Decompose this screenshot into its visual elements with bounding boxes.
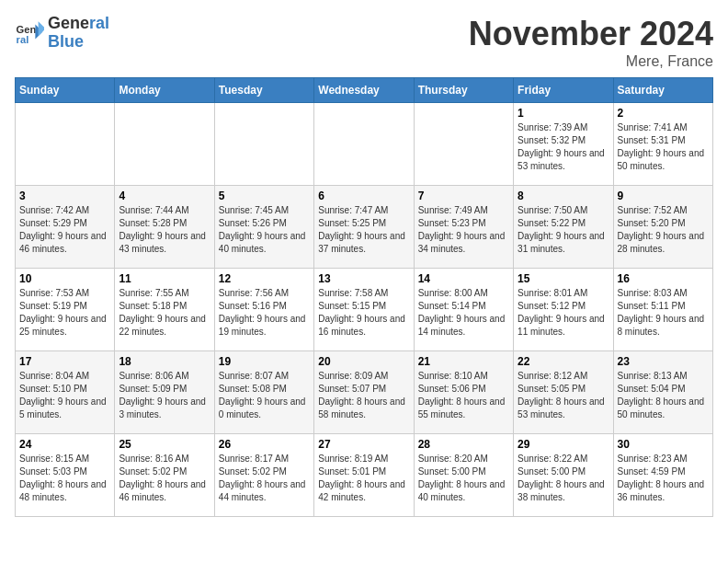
calendar-day-cell: 19Sunrise: 8:07 AM Sunset: 5:08 PM Dayli… [214, 351, 313, 434]
calendar-week-row: 10Sunrise: 7:53 AM Sunset: 5:19 PM Dayli… [16, 269, 713, 351]
calendar-day-cell: 13Sunrise: 7:58 AM Sunset: 5:15 PM Dayli… [314, 269, 414, 351]
calendar-day-cell [16, 103, 115, 186]
calendar-day-cell: 25Sunrise: 8:16 AM Sunset: 5:02 PM Dayli… [115, 434, 214, 517]
day-info: Sunrise: 8:23 AM Sunset: 4:59 PM Dayligh… [618, 453, 709, 504]
day-info: Sunrise: 7:58 AM Sunset: 5:15 PM Dayligh… [318, 287, 409, 339]
calendar-day-cell: 6Sunrise: 7:47 AM Sunset: 5:25 PM Daylig… [314, 186, 414, 269]
day-number: 24 [19, 438, 110, 451]
day-number: 2 [618, 107, 709, 120]
day-number: 19 [219, 355, 310, 368]
day-info: Sunrise: 7:44 AM Sunset: 5:28 PM Dayligh… [119, 204, 210, 256]
weekday-header-cell: Tuesday [214, 78, 313, 103]
day-number: 1 [518, 107, 609, 120]
weekday-header-row: SundayMondayTuesdayWednesdayThursdayFrid… [16, 78, 713, 103]
calendar-day-cell: 9Sunrise: 7:52 AM Sunset: 5:20 PM Daylig… [613, 186, 712, 269]
calendar-day-cell [115, 103, 214, 186]
logo: Gene ral General Blue [15, 15, 109, 52]
calendar-day-cell [314, 103, 414, 186]
day-number: 8 [518, 190, 609, 202]
day-info: Sunrise: 8:17 AM Sunset: 5:02 PM Dayligh… [219, 453, 310, 504]
calendar-day-cell: 29Sunrise: 8:22 AM Sunset: 5:00 PM Dayli… [514, 434, 613, 517]
day-number: 22 [518, 355, 609, 368]
calendar-day-cell [214, 103, 313, 186]
day-info: Sunrise: 7:55 AM Sunset: 5:18 PM Dayligh… [119, 287, 210, 339]
day-number: 9 [618, 190, 709, 202]
day-info: Sunrise: 8:00 AM Sunset: 5:14 PM Dayligh… [418, 287, 509, 339]
calendar-day-cell: 16Sunrise: 8:03 AM Sunset: 5:11 PM Dayli… [613, 269, 712, 351]
calendar-day-cell: 24Sunrise: 8:15 AM Sunset: 5:03 PM Dayli… [16, 434, 115, 517]
calendar-week-row: 24Sunrise: 8:15 AM Sunset: 5:03 PM Dayli… [16, 434, 713, 517]
header: Gene ral General Blue November 2024 Mere… [15, 15, 713, 70]
day-number: 18 [119, 355, 210, 368]
day-info: Sunrise: 7:49 AM Sunset: 5:23 PM Dayligh… [418, 204, 509, 256]
calendar-day-cell: 20Sunrise: 8:09 AM Sunset: 5:07 PM Dayli… [314, 351, 414, 434]
month-title: November 2024 [469, 15, 713, 53]
day-number: 6 [318, 190, 409, 202]
calendar-day-cell: 2Sunrise: 7:41 AM Sunset: 5:31 PM Daylig… [613, 103, 712, 186]
day-info: Sunrise: 7:39 AM Sunset: 5:32 PM Dayligh… [518, 121, 609, 173]
day-info: Sunrise: 7:47 AM Sunset: 5:25 PM Dayligh… [318, 204, 409, 256]
day-number: 30 [618, 438, 709, 451]
calendar-day-cell: 18Sunrise: 8:06 AM Sunset: 5:09 PM Dayli… [115, 351, 214, 434]
day-number: 5 [219, 190, 310, 202]
calendar-week-row: 3Sunrise: 7:42 AM Sunset: 5:29 PM Daylig… [16, 186, 713, 269]
day-number: 23 [618, 355, 709, 368]
day-info: Sunrise: 7:41 AM Sunset: 5:31 PM Dayligh… [618, 121, 709, 173]
logo-text: General Blue [48, 15, 109, 52]
calendar-week-row: 17Sunrise: 8:04 AM Sunset: 5:10 PM Dayli… [16, 351, 713, 434]
day-info: Sunrise: 8:10 AM Sunset: 5:06 PM Dayligh… [418, 370, 509, 421]
day-number: 20 [318, 355, 409, 368]
weekday-header-cell: Wednesday [314, 78, 414, 103]
day-number: 16 [618, 272, 709, 285]
day-number: 21 [418, 355, 509, 368]
day-info: Sunrise: 8:04 AM Sunset: 5:10 PM Dayligh… [19, 370, 110, 421]
day-number: 29 [518, 438, 609, 451]
calendar-day-cell: 27Sunrise: 8:19 AM Sunset: 5:01 PM Dayli… [314, 434, 414, 517]
day-info: Sunrise: 8:13 AM Sunset: 5:04 PM Dayligh… [618, 370, 709, 421]
calendar-day-cell: 28Sunrise: 8:20 AM Sunset: 5:00 PM Dayli… [414, 434, 513, 517]
svg-text:ral: ral [17, 34, 29, 45]
day-number: 7 [418, 190, 509, 202]
day-info: Sunrise: 8:01 AM Sunset: 5:12 PM Dayligh… [518, 287, 609, 339]
calendar-day-cell: 12Sunrise: 7:56 AM Sunset: 5:16 PM Dayli… [214, 269, 313, 351]
calendar: SundayMondayTuesdayWednesdayThursdayFrid… [15, 77, 713, 517]
day-number: 14 [418, 272, 509, 285]
calendar-day-cell: 4Sunrise: 7:44 AM Sunset: 5:28 PM Daylig… [115, 186, 214, 269]
calendar-day-cell: 11Sunrise: 7:55 AM Sunset: 5:18 PM Dayli… [115, 269, 214, 351]
calendar-day-cell: 15Sunrise: 8:01 AM Sunset: 5:12 PM Dayli… [514, 269, 613, 351]
day-info: Sunrise: 8:16 AM Sunset: 5:02 PM Dayligh… [119, 453, 210, 504]
day-info: Sunrise: 8:22 AM Sunset: 5:00 PM Dayligh… [518, 453, 609, 504]
day-number: 17 [19, 355, 110, 368]
calendar-day-cell: 21Sunrise: 8:10 AM Sunset: 5:06 PM Dayli… [414, 351, 513, 434]
logo-icon: Gene ral [15, 18, 44, 48]
weekday-header-cell: Thursday [414, 78, 513, 103]
day-info: Sunrise: 7:45 AM Sunset: 5:26 PM Dayligh… [219, 204, 310, 256]
day-number: 13 [318, 272, 409, 285]
weekday-header-cell: Monday [115, 78, 214, 103]
weekday-header-cell: Friday [514, 78, 613, 103]
calendar-day-cell: 23Sunrise: 8:13 AM Sunset: 5:04 PM Dayli… [613, 351, 712, 434]
calendar-day-cell [414, 103, 513, 186]
day-info: Sunrise: 8:03 AM Sunset: 5:11 PM Dayligh… [618, 287, 709, 339]
title-area: November 2024 Mere, France [469, 15, 713, 70]
location: Mere, France [469, 53, 713, 70]
day-number: 3 [19, 190, 110, 202]
day-number: 12 [219, 272, 310, 285]
day-number: 4 [119, 190, 210, 202]
calendar-week-row: 1Sunrise: 7:39 AM Sunset: 5:32 PM Daylig… [16, 103, 713, 186]
day-info: Sunrise: 8:15 AM Sunset: 5:03 PM Dayligh… [19, 453, 110, 504]
calendar-day-cell: 22Sunrise: 8:12 AM Sunset: 5:05 PM Dayli… [514, 351, 613, 434]
calendar-day-cell: 7Sunrise: 7:49 AM Sunset: 5:23 PM Daylig… [414, 186, 513, 269]
calendar-day-cell: 1Sunrise: 7:39 AM Sunset: 5:32 PM Daylig… [514, 103, 613, 186]
calendar-day-cell: 26Sunrise: 8:17 AM Sunset: 5:02 PM Dayli… [214, 434, 313, 517]
calendar-day-cell: 8Sunrise: 7:50 AM Sunset: 5:22 PM Daylig… [514, 186, 613, 269]
calendar-day-cell: 5Sunrise: 7:45 AM Sunset: 5:26 PM Daylig… [214, 186, 313, 269]
calendar-day-cell: 3Sunrise: 7:42 AM Sunset: 5:29 PM Daylig… [16, 186, 115, 269]
day-info: Sunrise: 7:52 AM Sunset: 5:20 PM Dayligh… [618, 204, 709, 256]
day-info: Sunrise: 8:20 AM Sunset: 5:00 PM Dayligh… [418, 453, 509, 504]
day-info: Sunrise: 8:07 AM Sunset: 5:08 PM Dayligh… [219, 370, 310, 421]
day-number: 11 [119, 272, 210, 285]
day-number: 27 [318, 438, 409, 451]
day-info: Sunrise: 8:06 AM Sunset: 5:09 PM Dayligh… [119, 370, 210, 421]
day-info: Sunrise: 7:50 AM Sunset: 5:22 PM Dayligh… [518, 204, 609, 256]
